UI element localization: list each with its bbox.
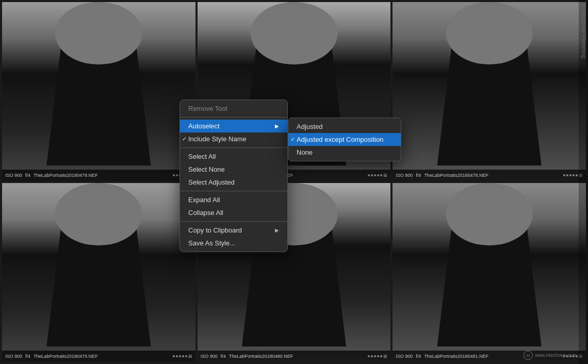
caption-dots: ⊞ [368, 173, 387, 178]
menu-item-copy-to-clipboard[interactable]: Copy to Clipboard ▶ [180, 224, 287, 237]
submenu-arrow-icon: ▶ [275, 123, 279, 129]
menu-item-select-adjusted[interactable]: Select Adjusted [180, 176, 287, 189]
menu-item-select-none[interactable]: Select None [180, 163, 287, 176]
caption-info: ISO 900 f/4 TheLabPortraits20180479.NEF [5, 173, 98, 178]
menu-item-select-all[interactable]: Select All [180, 150, 287, 163]
menu-item-collapse-all[interactable]: Collapse All [180, 206, 287, 219]
macdown-logo: M [524, 351, 533, 360]
submenu-item-adjusted[interactable]: Adjusted [288, 120, 401, 133]
photo-cell[interactable]: ISO 900 f/4 TheLabPortraits20180479.NEF … [2, 183, 195, 362]
watermark-author: © Alexander Flemming [579, 0, 588, 364]
photo-cell[interactable]: ISO 800 f/4 TheLabPortraits20180478.NEF … [393, 2, 586, 181]
photo-iso: ISO 900 [396, 354, 413, 359]
caption-dots: ⊞ [173, 354, 192, 359]
grid-icon: ⊞ [383, 173, 387, 178]
caption-info: ISO 900 f/4 TheLabPortraits20180480.NEF [201, 354, 293, 359]
menu-item-save-as-style[interactable]: Save As Style... [180, 237, 287, 250]
photo-iso: ISO 800 [396, 173, 413, 178]
caption-info: ISO 800 f/4 TheLabPortraits20180478.NEF [396, 173, 488, 178]
menu-separator [180, 191, 287, 191]
photo-filename: TheLabPortraits20180479.NEF [34, 354, 98, 359]
menu-separator [180, 117, 287, 118]
watermark-bottom: M www.MacDown.com [524, 351, 577, 360]
photo-caption: ISO 900 f/4 TheLabPortraits20180480.NEF … [198, 351, 391, 362]
photo-thumbnail [2, 183, 195, 362]
photo-thumbnail [393, 2, 586, 181]
photo-caption: ISO 900 f/4 TheLabPortraits20180479.NEF … [2, 170, 195, 181]
menu-separator [180, 221, 287, 222]
photo-aperture: f/4 [416, 173, 421, 178]
submenu-item-none[interactable]: None [288, 146, 401, 159]
grid-icon: ⊞ [188, 354, 192, 359]
photo-caption: ISO 800 f/4 TheLabPortraits20180478.NEF … [393, 170, 586, 181]
caption-info: ISO 900 f/4 TheLabPortraits20180479.NEF [5, 354, 98, 359]
photo-aperture: f/4 [25, 173, 30, 178]
photo-aperture: f/4 [416, 354, 421, 359]
submenu-item-adjusted-except-composition[interactable]: Adjusted except Composition [288, 133, 401, 146]
photo-thumbnail [2, 2, 195, 181]
submenu-arrow-icon: ▶ [275, 227, 279, 233]
menu-separator [180, 147, 287, 148]
photo-filename: TheLabPortraits20180480.NEF [229, 354, 293, 359]
caption-dots: ⊞ [368, 354, 387, 359]
caption-info: ISO 900 f/4 TheLabPortraits20180481.NEF [396, 354, 488, 359]
photo-thumbnail [393, 183, 586, 362]
photo-aperture: f/4 [221, 354, 226, 359]
photo-filename: TheLabPortraits20180478.NEF [424, 173, 488, 178]
watermark-website: www.MacDown.com [535, 353, 577, 358]
photo-iso: ISO 900 [5, 354, 22, 359]
grid-icon: ⊞ [383, 354, 387, 359]
submenu-autoselect: Adjusted Adjusted except Composition Non… [288, 118, 401, 161]
photo-iso: ISO 900 [201, 354, 218, 359]
photo-filename: TheLabPortraits20180479.NEF [34, 173, 98, 178]
photo-filename: TheLabPortraits20180481.NEF [424, 354, 488, 359]
photo-cell[interactable]: ISO 900 f/4 TheLabPortraits20180479.NEF … [2, 2, 195, 181]
context-menu: Remove Tool Autoselect ▶ Adjusted Adjust… [179, 100, 288, 252]
menu-item-autoselect[interactable]: Autoselect ▶ Adjusted Adjusted except Co… [180, 120, 287, 133]
photo-caption: ISO 900 f/4 TheLabPortraits20180479.NEF … [2, 351, 195, 362]
photo-grid: ISO 900 f/4 TheLabPortraits20180479.NEF … [0, 0, 588, 364]
menu-item-include-style-name[interactable]: Include Style Name [180, 133, 287, 145]
photo-aperture: f/4 [25, 354, 30, 359]
photo-iso: ISO 900 [5, 173, 22, 178]
menu-item-remove-tool[interactable]: Remove Tool [180, 102, 287, 115]
photo-cell[interactable]: ISO 900 f/4 TheLabPortraits20180481.NEF … [393, 183, 586, 362]
menu-item-expand-all[interactable]: Expand All [180, 193, 287, 206]
